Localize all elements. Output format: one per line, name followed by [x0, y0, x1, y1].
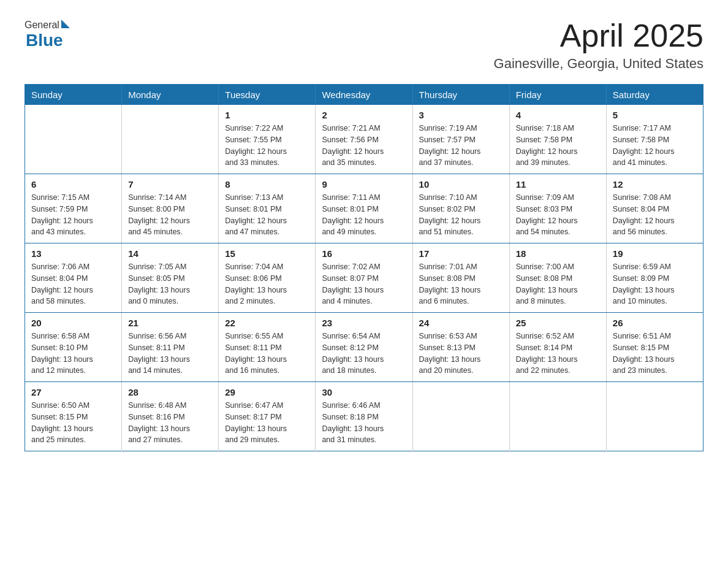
calendar-day-cell: [25, 105, 122, 174]
day-number: 2: [322, 110, 406, 120]
day-number: 16: [322, 248, 406, 259]
day-info: Sunrise: 7:05 AMSunset: 8:05 PMDaylight:…: [128, 261, 212, 307]
calendar-day-cell: 20Sunrise: 6:58 AMSunset: 8:10 PMDayligh…: [25, 313, 122, 382]
day-info: Sunrise: 6:53 AMSunset: 8:13 PMDaylight:…: [419, 331, 503, 377]
day-info: Sunrise: 6:51 AMSunset: 8:15 PMDaylight:…: [613, 331, 697, 377]
calendar-week-row: 13Sunrise: 7:06 AMSunset: 8:04 PMDayligh…: [25, 243, 703, 313]
calendar-day-cell: 1Sunrise: 7:22 AMSunset: 7:55 PMDaylight…: [219, 105, 316, 174]
page-title: April 2025: [494, 18, 703, 53]
day-number: 19: [613, 248, 697, 259]
calendar-week-row: 20Sunrise: 6:58 AMSunset: 8:10 PMDayligh…: [25, 313, 703, 382]
calendar-day-cell: 27Sunrise: 6:50 AMSunset: 8:15 PMDayligh…: [25, 382, 122, 451]
day-info: Sunrise: 6:52 AMSunset: 8:14 PMDaylight:…: [516, 331, 600, 377]
weekday-header: Tuesday: [219, 85, 316, 105]
calendar-day-cell: 8Sunrise: 7:13 AMSunset: 8:01 PMDaylight…: [219, 174, 316, 243]
calendar-day-cell: 24Sunrise: 6:53 AMSunset: 8:13 PMDayligh…: [412, 313, 509, 382]
day-info: Sunrise: 7:13 AMSunset: 8:01 PMDaylight:…: [225, 192, 309, 238]
day-number: 27: [31, 387, 115, 397]
day-info: Sunrise: 7:09 AMSunset: 8:03 PMDaylight:…: [516, 192, 600, 238]
logo-general-text: General: [25, 20, 59, 31]
day-info: Sunrise: 6:46 AMSunset: 8:18 PMDaylight:…: [322, 400, 406, 446]
calendar-day-cell: 19Sunrise: 6:59 AMSunset: 8:09 PMDayligh…: [606, 243, 703, 313]
day-info: Sunrise: 7:15 AMSunset: 7:59 PMDaylight:…: [31, 192, 115, 238]
logo: General Blue: [25, 18, 70, 50]
day-info: Sunrise: 7:22 AMSunset: 7:55 PMDaylight:…: [225, 123, 309, 169]
calendar-day-cell: 11Sunrise: 7:09 AMSunset: 8:03 PMDayligh…: [509, 174, 606, 243]
calendar-day-cell: [606, 382, 703, 451]
day-number: 9: [322, 179, 406, 190]
calendar-day-cell: 29Sunrise: 6:47 AMSunset: 8:17 PMDayligh…: [219, 382, 316, 451]
day-number: 3: [419, 110, 503, 120]
page-subtitle: Gainesville, Georgia, United States: [494, 56, 703, 72]
calendar-day-cell: 18Sunrise: 7:00 AMSunset: 8:08 PMDayligh…: [509, 243, 606, 313]
day-number: 1: [225, 110, 309, 120]
day-number: 15: [225, 248, 309, 259]
calendar-day-cell: 21Sunrise: 6:56 AMSunset: 8:11 PMDayligh…: [122, 313, 219, 382]
day-info: Sunrise: 7:00 AMSunset: 8:08 PMDaylight:…: [516, 261, 600, 307]
day-info: Sunrise: 7:02 AMSunset: 8:07 PMDaylight:…: [322, 261, 406, 307]
day-info: Sunrise: 7:18 AMSunset: 7:58 PMDaylight:…: [516, 123, 600, 169]
weekday-header: Friday: [509, 85, 606, 105]
day-info: Sunrise: 7:19 AMSunset: 7:57 PMDaylight:…: [419, 123, 503, 169]
day-number: 12: [613, 179, 697, 190]
calendar-week-row: 27Sunrise: 6:50 AMSunset: 8:15 PMDayligh…: [25, 382, 703, 451]
day-number: 28: [128, 387, 212, 397]
day-info: Sunrise: 7:17 AMSunset: 7:58 PMDaylight:…: [613, 123, 697, 169]
calendar-week-row: 6Sunrise: 7:15 AMSunset: 7:59 PMDaylight…: [25, 174, 703, 243]
day-number: 5: [613, 110, 697, 120]
calendar-day-cell: 14Sunrise: 7:05 AMSunset: 8:05 PMDayligh…: [122, 243, 219, 313]
day-info: Sunrise: 6:48 AMSunset: 8:16 PMDaylight:…: [128, 400, 212, 446]
day-info: Sunrise: 7:14 AMSunset: 8:00 PMDaylight:…: [128, 192, 212, 238]
day-number: 17: [419, 248, 503, 259]
calendar-day-cell: 13Sunrise: 7:06 AMSunset: 8:04 PMDayligh…: [25, 243, 122, 313]
day-info: Sunrise: 6:54 AMSunset: 8:12 PMDaylight:…: [322, 331, 406, 377]
calendar-day-cell: [509, 382, 606, 451]
day-number: 11: [516, 179, 600, 190]
day-info: Sunrise: 6:56 AMSunset: 8:11 PMDaylight:…: [128, 331, 212, 377]
day-info: Sunrise: 7:06 AMSunset: 8:04 PMDaylight:…: [31, 261, 115, 307]
day-info: Sunrise: 6:58 AMSunset: 8:10 PMDaylight:…: [31, 331, 115, 377]
calendar-day-cell: 5Sunrise: 7:17 AMSunset: 7:58 PMDaylight…: [606, 105, 703, 174]
calendar-header-row: SundayMondayTuesdayWednesdayThursdayFrid…: [25, 85, 703, 105]
day-number: 14: [128, 248, 212, 259]
logo-arrow-icon: [61, 20, 70, 28]
calendar-week-row: 1Sunrise: 7:22 AMSunset: 7:55 PMDaylight…: [25, 105, 703, 174]
calendar-day-cell: 7Sunrise: 7:14 AMSunset: 8:00 PMDaylight…: [122, 174, 219, 243]
calendar-day-cell: 9Sunrise: 7:11 AMSunset: 8:01 PMDaylight…: [316, 174, 412, 243]
day-number: 23: [322, 318, 406, 328]
calendar-table: SundayMondayTuesdayWednesdayThursdayFrid…: [25, 84, 703, 451]
day-number: 10: [419, 179, 503, 190]
weekday-header: Thursday: [412, 85, 509, 105]
day-info: Sunrise: 6:59 AMSunset: 8:09 PMDaylight:…: [613, 261, 697, 307]
day-info: Sunrise: 7:01 AMSunset: 8:08 PMDaylight:…: [419, 261, 503, 307]
calendar-day-cell: 28Sunrise: 6:48 AMSunset: 8:16 PMDayligh…: [122, 382, 219, 451]
day-number: 26: [613, 318, 697, 328]
day-info: Sunrise: 7:08 AMSunset: 8:04 PMDaylight:…: [613, 192, 697, 238]
day-number: 4: [516, 110, 600, 120]
calendar-day-cell: [412, 382, 509, 451]
calendar-day-cell: 6Sunrise: 7:15 AMSunset: 7:59 PMDaylight…: [25, 174, 122, 243]
calendar-day-cell: 23Sunrise: 6:54 AMSunset: 8:12 PMDayligh…: [316, 313, 412, 382]
weekday-header: Saturday: [606, 85, 703, 105]
calendar-day-cell: 22Sunrise: 6:55 AMSunset: 8:11 PMDayligh…: [219, 313, 316, 382]
calendar-day-cell: 26Sunrise: 6:51 AMSunset: 8:15 PMDayligh…: [606, 313, 703, 382]
weekday-header: Wednesday: [316, 85, 412, 105]
day-number: 24: [419, 318, 503, 328]
day-number: 22: [225, 318, 309, 328]
day-number: 7: [128, 179, 212, 190]
calendar-day-cell: 16Sunrise: 7:02 AMSunset: 8:07 PMDayligh…: [316, 243, 412, 313]
calendar-day-cell: 17Sunrise: 7:01 AMSunset: 8:08 PMDayligh…: [412, 243, 509, 313]
day-number: 20: [31, 318, 115, 328]
calendar-day-cell: 25Sunrise: 6:52 AMSunset: 8:14 PMDayligh…: [509, 313, 606, 382]
day-number: 30: [322, 387, 406, 397]
day-info: Sunrise: 7:21 AMSunset: 7:56 PMDaylight:…: [322, 123, 406, 169]
day-number: 18: [516, 248, 600, 259]
calendar-day-cell: 3Sunrise: 7:19 AMSunset: 7:57 PMDaylight…: [412, 105, 509, 174]
calendar-day-cell: [122, 105, 219, 174]
day-number: 13: [31, 248, 115, 259]
logo-blue-text: Blue: [26, 31, 63, 50]
day-info: Sunrise: 6:55 AMSunset: 8:11 PMDaylight:…: [225, 331, 309, 377]
page-header: General Blue April 2025 Gainesville, Geo…: [25, 18, 703, 72]
day-number: 6: [31, 179, 115, 190]
day-number: 21: [128, 318, 212, 328]
